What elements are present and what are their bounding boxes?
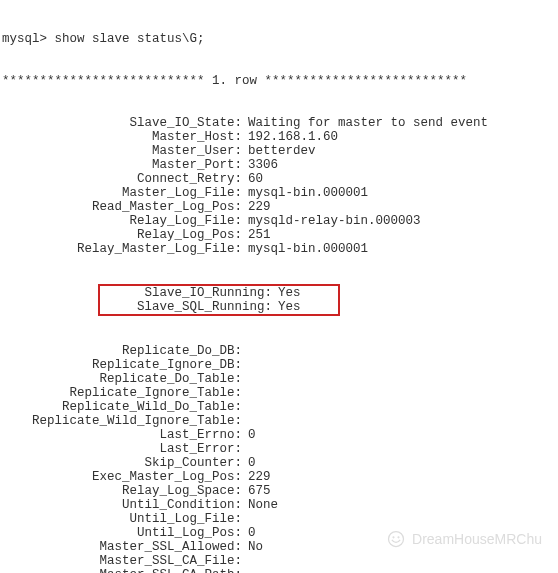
status-field-line: Master_SSL_CA_Path:	[2, 568, 556, 573]
status-field-line: Master_Log_File:mysql-bin.000001	[2, 186, 556, 200]
field-value: 229	[248, 470, 271, 484]
field-label: Relay_Log_File:	[2, 214, 242, 228]
field-value: 3306	[248, 158, 278, 172]
highlighted-fields: Slave_IO_Running:YesSlave_SQL_Running:Ye…	[98, 284, 340, 316]
field-label: Until_Log_Pos:	[2, 526, 242, 540]
status-field-line: Until_Log_File:	[2, 512, 556, 526]
field-value: 229	[248, 200, 271, 214]
field-value: 675	[248, 484, 271, 498]
status-field-line: Replicate_Wild_Ignore_Table:	[2, 414, 556, 428]
field-label: Last_Errno:	[2, 428, 242, 442]
status-field-line: Slave_IO_Running:Yes	[102, 286, 336, 300]
field-label: Slave_IO_State:	[2, 116, 242, 130]
field-value: Yes	[278, 300, 301, 314]
field-label: Until_Log_File:	[2, 512, 242, 526]
field-value: 251	[248, 228, 271, 242]
prompt-line: mysql> show slave status\G;	[2, 32, 556, 46]
field-label: Replicate_Do_DB:	[2, 344, 242, 358]
field-value: Yes	[278, 286, 301, 300]
field-label: Slave_SQL_Running:	[102, 300, 272, 314]
status-field-line: Last_Error:	[2, 442, 556, 456]
row-separator: *************************** 1. row *****…	[2, 74, 556, 88]
status-field-line: Relay_Log_Pos:251	[2, 228, 556, 242]
field-label: Skip_Counter:	[2, 456, 242, 470]
status-fields: Slave_IO_State:Waiting for master to sen…	[2, 116, 556, 256]
field-label: Exec_Master_Log_Pos:	[2, 470, 242, 484]
field-value: 192.168.1.60	[248, 130, 338, 144]
field-label: Replicate_Wild_Ignore_Table:	[2, 414, 242, 428]
field-label: Relay_Log_Space:	[2, 484, 242, 498]
field-label: Replicate_Ignore_Table:	[2, 386, 242, 400]
status-field-line: Replicate_Ignore_DB:	[2, 358, 556, 372]
status-field-line: Relay_Log_File:mysqld-relay-bin.000003	[2, 214, 556, 228]
field-label: Master_Log_File:	[2, 186, 242, 200]
field-value: betterdev	[248, 144, 316, 158]
status-field-line: Replicate_Do_Table:	[2, 372, 556, 386]
status-field-line: Read_Master_Log_Pos:229	[2, 200, 556, 214]
field-label: Replicate_Ignore_DB:	[2, 358, 242, 372]
status-field-line: Connect_Retry:60	[2, 172, 556, 186]
field-label: Relay_Master_Log_File:	[2, 242, 242, 256]
status-field-line: Relay_Master_Log_File:mysql-bin.000001	[2, 242, 556, 256]
status-field-line: Slave_SQL_Running:Yes	[102, 300, 336, 314]
sql-command: show slave status\G;	[55, 32, 205, 46]
field-label: Master_Port:	[2, 158, 242, 172]
field-label: Master_Host:	[2, 130, 242, 144]
field-value: None	[248, 498, 278, 512]
field-label: Slave_IO_Running:	[102, 286, 272, 300]
field-label: Master_SSL_CA_Path:	[2, 568, 242, 573]
field-label: Master_User:	[2, 144, 242, 158]
terminal-output: mysql> show slave status\G; ************…	[0, 0, 558, 573]
field-label: Replicate_Wild_Do_Table:	[2, 400, 242, 414]
status-field-line: Replicate_Wild_Do_Table:	[2, 400, 556, 414]
field-label: Master_SSL_CA_File:	[2, 554, 242, 568]
status-field-line: Master_SSL_Allowed:No	[2, 540, 556, 554]
status-field-line: Until_Log_Pos:0	[2, 526, 556, 540]
status-field-line: Master_User:betterdev	[2, 144, 556, 158]
status-field-line: Master_Host:192.168.1.60	[2, 130, 556, 144]
field-label: Until_Condition:	[2, 498, 242, 512]
status-field-line: Slave_IO_State:Waiting for master to sen…	[2, 116, 556, 130]
status-field-line: Replicate_Ignore_Table:	[2, 386, 556, 400]
field-value: mysql-bin.000001	[248, 186, 368, 200]
field-label: Master_SSL_Allowed:	[2, 540, 242, 554]
status-fields-continued: Replicate_Do_DB:Replicate_Ignore_DB:Repl…	[2, 344, 556, 573]
field-value: 0	[248, 526, 256, 540]
field-label: Last_Error:	[2, 442, 242, 456]
status-field-line: Exec_Master_Log_Pos:229	[2, 470, 556, 484]
status-field-line: Master_Port:3306	[2, 158, 556, 172]
field-value: 0	[248, 456, 256, 470]
status-field-line: Skip_Counter:0	[2, 456, 556, 470]
field-value: mysqld-relay-bin.000003	[248, 214, 421, 228]
prompt-prefix: mysql>	[2, 32, 55, 46]
field-label: Connect_Retry:	[2, 172, 242, 186]
status-field-line: Until_Condition:None	[2, 498, 556, 512]
field-value: mysql-bin.000001	[248, 242, 368, 256]
field-value: No	[248, 540, 263, 554]
status-field-line: Replicate_Do_DB:	[2, 344, 556, 358]
field-label: Replicate_Do_Table:	[2, 372, 242, 386]
status-field-line: Relay_Log_Space:675	[2, 484, 556, 498]
status-field-line: Last_Errno:0	[2, 428, 556, 442]
status-field-line: Master_SSL_CA_File:	[2, 554, 556, 568]
field-value: Waiting for master to send event	[248, 116, 488, 130]
field-label: Read_Master_Log_Pos:	[2, 200, 242, 214]
field-value: 60	[248, 172, 263, 186]
field-value: 0	[248, 428, 256, 442]
field-label: Relay_Log_Pos:	[2, 228, 242, 242]
